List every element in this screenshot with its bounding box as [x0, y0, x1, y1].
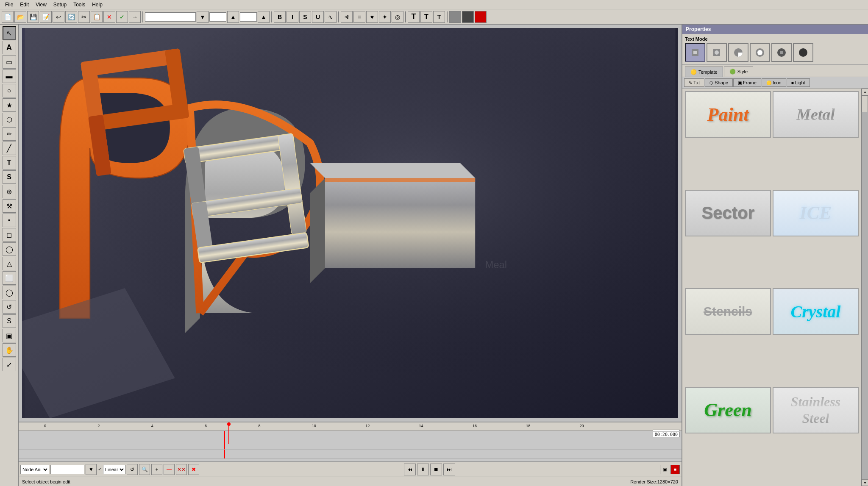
style-card-paint[interactable]: Paint — [685, 91, 771, 138]
copy-button[interactable]: 📋 — [91, 11, 103, 23]
s-shape-tool[interactable]: S — [3, 314, 16, 328]
spiral-tool[interactable]: ↺ — [3, 300, 16, 314]
font-selector[interactable] — [145, 12, 196, 22]
animation-name-input[interactable] — [50, 465, 84, 474]
stop-button[interactable]: ✕ — [103, 11, 115, 23]
polygon-tool[interactable]: ⬡ — [3, 113, 16, 126]
rect-select-tool[interactable]: ▭ — [3, 55, 16, 69]
text-mode-t2[interactable]: T — [420, 11, 432, 23]
mode-btn-4[interactable] — [750, 43, 770, 62]
tl-delete[interactable]: ✕✕ — [176, 464, 187, 475]
align-center[interactable]: ≡ — [353, 11, 365, 23]
open-button[interactable]: 📂 — [14, 11, 26, 23]
align-star[interactable]: ✦ — [379, 11, 391, 23]
go-start-button[interactable]: ⏮ — [404, 464, 416, 475]
pen-tool[interactable]: ✏ — [3, 127, 16, 141]
text-s-tool[interactable]: S — [3, 170, 16, 184]
style-card-sector[interactable]: Sector — [685, 190, 771, 236]
line-tool[interactable]: ╱ — [3, 142, 16, 155]
color-btn2[interactable] — [462, 11, 474, 23]
strikethrough-button[interactable]: S — [299, 11, 311, 23]
align-left[interactable]: ⫷ — [341, 11, 353, 23]
save-as-button[interactable]: 📝 — [40, 11, 52, 23]
linear-dropdown[interactable]: ▼ — [86, 464, 97, 475]
rect3-tool[interactable]: ◻ — [3, 228, 16, 242]
font-size-btn[interactable]: ▲ — [227, 11, 239, 23]
star-tool[interactable]: ★ — [3, 98, 16, 112]
timeline-track-1[interactable]: 00:20.000 — [19, 431, 682, 440]
menu-tools[interactable]: Tools — [70, 1, 89, 8]
rect-tool[interactable]: ▬ — [3, 69, 16, 83]
circle-tool[interactable]: ○ — [3, 84, 16, 97]
color-btn3[interactable] — [475, 11, 487, 23]
hand-tool[interactable]: ✋ — [3, 343, 16, 357]
bold-button[interactable]: B — [274, 11, 286, 23]
oval2-tool[interactable]: ◯ — [3, 286, 16, 299]
mode-btn-1[interactable] — [685, 43, 705, 62]
stop-button[interactable]: ⏹ — [430, 464, 442, 475]
align-target[interactable]: ◎ — [392, 11, 403, 23]
sub-tab-light[interactable]: ■ Light — [787, 78, 810, 87]
mode-btn-5[interactable] — [771, 43, 792, 62]
sub-tab-txt[interactable]: ✎ Txt — [684, 78, 704, 87]
save-button[interactable]: 💾 — [27, 11, 39, 23]
font-size-input[interactable]: 20 — [209, 12, 226, 22]
menu-view[interactable]: View — [32, 1, 50, 8]
sub-tab-icon[interactable]: 🟡 Icon — [762, 78, 786, 87]
font-size2-btn[interactable]: ▲ — [258, 11, 270, 23]
mode-btn-6[interactable] — [793, 43, 813, 62]
menu-help[interactable]: Help — [89, 1, 106, 8]
text-tool2[interactable]: T — [3, 156, 16, 169]
style-card-green[interactable]: Green — [685, 387, 771, 433]
mode-btn-3[interactable] — [728, 43, 748, 62]
check-button[interactable]: ✓ — [116, 11, 128, 23]
align-heart[interactable]: ♥ — [366, 11, 378, 23]
new-button[interactable]: 📄 — [2, 11, 14, 23]
color-btn1[interactable] — [449, 11, 461, 23]
node-edit-tool[interactable]: ⊕ — [3, 185, 16, 198]
tl-add[interactable]: + — [151, 464, 162, 475]
style-card-metal[interactable]: Metal — [773, 91, 859, 138]
scroll-track[interactable] — [862, 95, 868, 479]
tl-clear[interactable]: ✖ — [188, 464, 199, 475]
menu-file[interactable]: File — [2, 1, 17, 8]
menu-edit[interactable]: Edit — [17, 1, 32, 8]
tl-refresh[interactable]: ↺ — [127, 464, 138, 475]
rect2-tool[interactable]: ▪ — [3, 214, 16, 227]
scroll-up-arrow[interactable]: ▲ — [862, 89, 868, 95]
tab-template[interactable]: 🟡 Template — [685, 67, 723, 77]
sub-tab-shape[interactable]: ⬡ Shape — [705, 78, 733, 87]
menu-setup[interactable]: Setup — [50, 1, 70, 8]
scroll-thumb[interactable] — [862, 95, 868, 112]
box3d-tool[interactable]: ⬜ — [3, 271, 16, 285]
timeline-track-2[interactable] — [19, 440, 682, 450]
mode-btn-2[interactable] — [707, 43, 727, 62]
tl-search[interactable]: 🔍 — [139, 464, 150, 475]
style-card-ice[interactable]: ICE — [773, 190, 859, 236]
arrow-button[interactable]: → — [129, 11, 141, 23]
select-tool[interactable]: ↖ — [3, 26, 16, 40]
redo-button[interactable]: 🔄 — [65, 11, 77, 23]
undo-button[interactable]: ↩ — [53, 11, 64, 23]
style-card-stencils[interactable]: Stencils — [685, 288, 771, 335]
timeline-track-3[interactable] — [19, 450, 682, 459]
step-back-button[interactable]: ⏸ — [417, 464, 429, 475]
text-tool-A[interactable]: A — [3, 41, 16, 54]
wave-button[interactable]: ∿ — [325, 11, 337, 23]
canvas-wrapper[interactable]: Meal — [19, 25, 682, 422]
tl-remove[interactable]: — — [164, 464, 175, 475]
zoom-tool[interactable]: ⤢ — [3, 358, 16, 371]
scroll-down-arrow[interactable]: ▼ — [862, 479, 868, 486]
play-button[interactable]: ⏭ — [443, 464, 455, 475]
style-card-crystal[interactable]: Crystal — [773, 288, 859, 335]
italic-button[interactable]: I — [287, 11, 298, 23]
scene-tool[interactable]: ▣ — [3, 329, 16, 342]
style-card-stainless[interactable]: StainlessSteel — [773, 387, 859, 433]
tl-mini-btn2[interactable]: ■ — [670, 465, 680, 474]
text-mode-t3[interactable]: T — [433, 11, 445, 23]
track-type-select[interactable]: Node Ani — [20, 465, 49, 474]
triangle-tool[interactable]: △ — [3, 257, 16, 270]
underline-button[interactable]: U — [312, 11, 324, 23]
oval-tool[interactable]: ◯ — [3, 242, 16, 256]
interpolation-select[interactable]: Linear — [103, 465, 125, 474]
